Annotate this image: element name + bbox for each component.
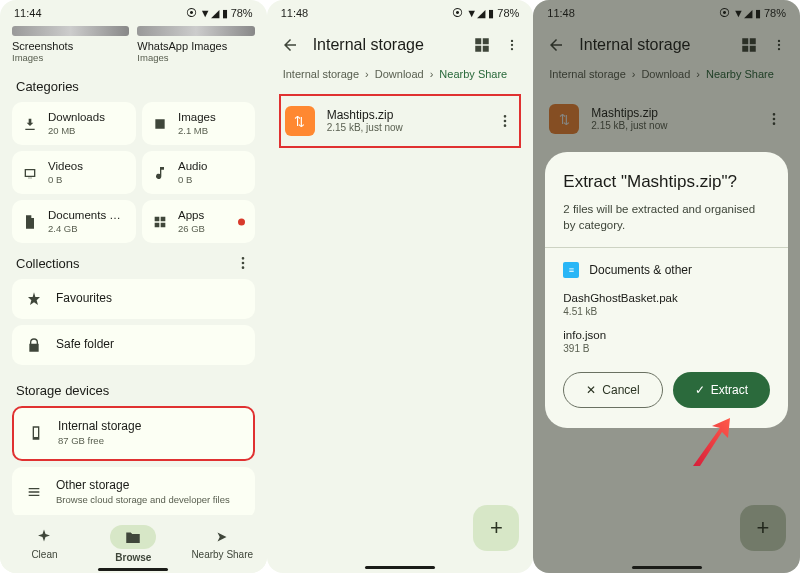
recent-sub: Images [137,52,254,63]
divider [545,247,788,248]
recent-title: Screenshots [12,40,129,52]
audio-icon [152,165,168,181]
annotation-arrow-icon [688,418,738,468]
close-icon: ✕ [586,383,596,397]
document-icon: ≡ [563,262,579,278]
nav-indicator [365,566,435,569]
categories-heading: Categories [0,67,267,102]
app-bar: Internal storage [267,26,534,64]
nav-indicator [98,568,168,571]
internal-storage-button[interactable]: Internal storage87 GB free [12,406,255,461]
star-icon [26,291,42,307]
safe-folder-button[interactable]: Safe folder [12,325,255,365]
more-vert-icon[interactable] [235,255,251,271]
back-icon[interactable] [281,36,299,54]
bottom-nav: Clean Browse Nearby Share [0,515,267,573]
nav-browse[interactable]: Browse [89,515,178,573]
extract-button[interactable]: ✓ Extract [673,372,770,408]
status-icons: ⦿ ▼◢ ▮78% [452,7,519,20]
nav-nearby-share[interactable]: Nearby Share [178,515,267,573]
video-icon [22,165,38,181]
thumb-icon [12,26,129,36]
zip-icon: ⇅ [285,106,315,136]
category-videos[interactable]: Videos0 B [12,151,136,194]
extract-item-1: info.json 391 B [563,329,770,354]
cancel-label: Cancel [602,383,639,397]
storage-heading: Storage devices [0,371,267,406]
recent-row: Screenshots Images WhatsApp Images Image… [0,26,267,67]
file-group-header: ≡ Documents & other [563,262,770,278]
category-apps[interactable]: Apps26 GB [142,200,255,243]
new-indicator-icon [238,218,245,225]
chevron-right-icon: › [430,68,434,80]
status-bar: 11:48 ⦿ ▼◢ ▮78% [267,0,534,26]
file-mashtips[interactable]: ⇅ Mashtips.zip 2.15 kB, just now [279,94,522,148]
more-vert-icon[interactable] [497,113,513,129]
crumb-nearbyshare[interactable]: Nearby Share [439,68,507,80]
breadcrumb: Internal storage › Download › Nearby Sha… [267,64,534,90]
dialog-title: Extract "Mashtips.zip"? [563,172,770,192]
category-downloads[interactable]: Downloads20 MB [12,102,136,145]
folder-icon [124,528,142,546]
crumb-download[interactable]: Download [375,68,424,80]
category-images[interactable]: Images2.1 MB [142,102,255,145]
image-icon [152,116,168,132]
group-label: Documents & other [589,263,692,277]
clock: 11:44 [14,7,42,19]
nav-clean[interactable]: Clean [0,515,89,573]
lock-icon [26,337,42,353]
item-size: 391 B [563,343,770,354]
sparkle-icon [35,528,53,546]
collections-heading: Collections [16,256,80,271]
share-icon [213,528,231,546]
extract-dialog: Extract "Mashtips.zip"? 2 files will be … [545,152,788,428]
plus-icon: + [490,515,503,541]
document-icon [22,214,38,230]
thumb-icon [137,26,254,36]
recent-title: WhatsApp Images [137,40,254,52]
more-vert-icon[interactable] [505,38,519,52]
nav-indicator [632,566,702,569]
item-name: DashGhostBasket.pak [563,292,770,304]
extract-label: Extract [711,383,748,397]
panel-internal-storage: 11:48 ⦿ ▼◢ ▮78% Internal storage Interna… [267,0,534,573]
favourites-button[interactable]: Favourites [12,279,255,319]
check-icon: ✓ [695,383,705,397]
recent-whatsapp[interactable]: WhatsApp Images Images [137,26,254,63]
category-documents[interactable]: Documents & other2.4 GB [12,200,136,243]
category-audio[interactable]: Audio0 B [142,151,255,194]
apps-icon [152,214,168,230]
recent-screenshots[interactable]: Screenshots Images [12,26,129,63]
recent-sub: Images [12,52,129,63]
categories-grid: Downloads20 MB Images2.1 MB Videos0 B Au… [0,102,267,243]
dialog-actions: ✕ Cancel ✓ Extract [563,372,770,408]
file-name: Mashtips.zip [327,108,486,122]
status-bar: 11:44 ⦿ ▼◢ ▮78% [0,0,267,26]
list-icon [26,484,42,500]
chevron-right-icon: › [365,68,369,80]
item-name: info.json [563,329,770,341]
item-size: 4.51 kB [563,306,770,317]
other-storage-button[interactable]: Other storageBrowse cloud storage and de… [12,467,255,518]
download-icon [22,116,38,132]
cancel-button[interactable]: ✕ Cancel [563,372,662,408]
crumb-internal[interactable]: Internal storage [283,68,359,80]
grid-view-icon[interactable] [473,36,491,54]
panel-extract-dialog: 11:48 ⦿ ▼◢ ▮78% Internal storage Interna… [533,0,800,573]
phone-icon [28,425,44,441]
page-title: Internal storage [313,36,460,54]
dialog-message: 2 files will be extracted and organised … [563,202,770,233]
status-icons: ⦿ ▼◢ ▮78% [186,7,253,20]
clock: 11:48 [281,7,309,19]
fab-add[interactable]: + [473,505,519,551]
file-sub: 2.15 kB, just now [327,122,486,134]
panel-browse: 11:44 ⦿ ▼◢ ▮78% Screenshots Images Whats… [0,0,267,573]
extract-item-0: DashGhostBasket.pak 4.51 kB [563,292,770,317]
